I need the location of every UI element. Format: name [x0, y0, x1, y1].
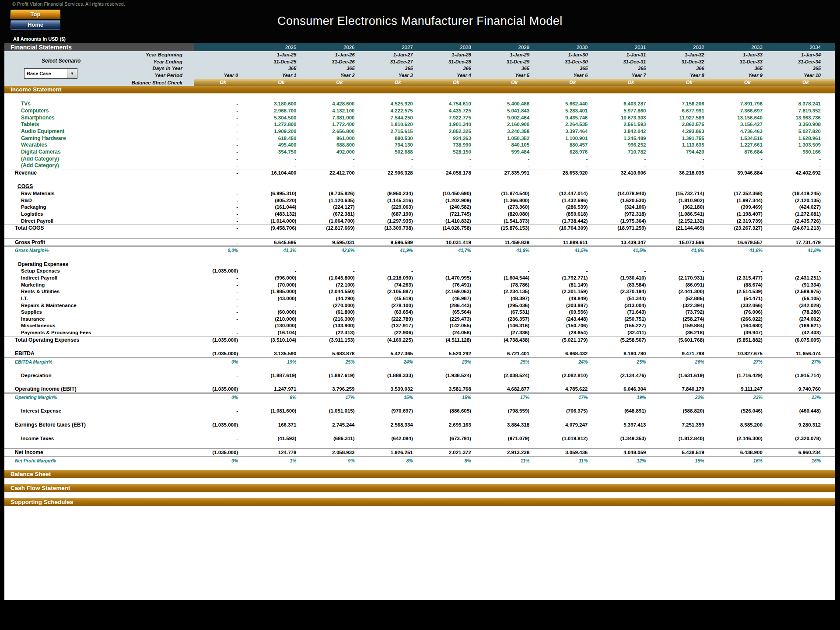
meta-value: Year 7: [602, 73, 660, 78]
cell-value: (224.127): [310, 204, 368, 210]
cell-value: -: [194, 156, 252, 161]
cell-value: 15%: [660, 458, 718, 463]
cell-value: (2.441.300): [660, 289, 718, 294]
scenario-dropdown[interactable]: Base Case ▼: [24, 68, 77, 79]
section-bar-income-statement[interactable]: Income Statement: [4, 86, 835, 94]
cell-value: (648.891): [602, 408, 660, 413]
cell-value: 4.048.059: [602, 450, 660, 455]
cell-value: 24%: [369, 359, 427, 364]
cell-value: 6.438.900: [718, 450, 777, 455]
cell-value: 5.304.500: [252, 115, 310, 120]
cell-value: -: [718, 163, 777, 168]
meta-label: Year Beginning: [4, 52, 194, 57]
cell-value: (5.021.179): [543, 337, 602, 343]
row-label: COGS: [4, 183, 194, 189]
cell-value: 2.058.933: [310, 450, 368, 455]
row-add-category: (Add Category)-----------: [4, 155, 835, 162]
meta-value: 366: [427, 66, 485, 71]
row-label: I.T.: [4, 296, 194, 301]
cell-value: 27%: [777, 359, 835, 364]
cell-value: 11.656.474: [777, 351, 835, 356]
cell-value: (39.947): [718, 330, 777, 335]
cell-value: (3.911.153): [310, 337, 368, 343]
row-direct-payroll: Direct Payroll-(1.014.000)(1.064.700)(1.…: [4, 217, 835, 224]
meta-row-balance-sheet-check: Balance Sheet CheckOkOkOkOkOkOkOkOkOkOkO…: [4, 79, 835, 86]
cell-value: 502.688: [369, 149, 427, 154]
cell-value: 16.679.557: [718, 240, 777, 245]
cell-value: 15.073.566: [660, 240, 718, 245]
cell-value: (266.022): [718, 316, 777, 322]
meta-value: Year 10: [777, 73, 835, 78]
row-label: Total Operating Expenses: [4, 337, 194, 343]
cell-value: 19%: [602, 395, 660, 400]
cell-value: -: [660, 156, 718, 161]
cell-value: 1.100.901: [543, 136, 602, 141]
cell-value: (155.227): [602, 323, 660, 328]
cell-value: 880.530: [369, 136, 427, 141]
chevron-down-icon[interactable]: ▼: [67, 69, 77, 78]
cell-value: (1.035.000): [194, 450, 252, 455]
meta-value: 365: [485, 66, 543, 71]
cell-value: -: [194, 163, 252, 168]
cell-value: 17.731.479: [777, 240, 835, 245]
cell-value: 11.889.611: [543, 240, 602, 245]
cell-value: -: [194, 170, 252, 175]
meta-value: 1-Jan-28: [427, 52, 485, 57]
row-income-taxes: Income Taxes-(41.593)(686.311)(642.084)(…: [4, 435, 835, 442]
cell-value: -: [194, 282, 252, 287]
meta-value: 1-Jan-27: [369, 52, 427, 57]
row-smartphones: Smartphones-5.304.5007.381.0007.544.2507…: [4, 114, 835, 121]
cell-value: -: [369, 156, 427, 161]
cell-value: -: [310, 156, 368, 161]
meta-label: Year Ending: [4, 59, 194, 64]
cell-value: 5.400.486: [485, 101, 543, 106]
cell-value: 9.596.589: [369, 240, 427, 245]
cell-value: 1.113.635: [660, 142, 718, 147]
cell-value: 495.400: [252, 142, 310, 147]
cell-value: 5.027.820: [777, 129, 835, 134]
section-bar-supporting-schedules[interactable]: Supporting Schedules: [4, 498, 835, 506]
cell-value: -: [543, 156, 602, 161]
balance-check-status: Ok: [194, 79, 252, 86]
row-label: (Add Category): [4, 162, 194, 168]
cell-value: (12.817.669): [310, 225, 368, 231]
cell-value: 17%: [310, 395, 368, 400]
cell-value: 704.130: [369, 142, 427, 147]
cell-value: (2.435.726): [777, 218, 835, 224]
meta-value: 365: [369, 66, 427, 71]
cell-value: (1.218.090): [369, 275, 427, 280]
row-miscellaneous: Miscellaneous(130.000)(133.900)(137.917)…: [4, 322, 835, 329]
spacer-row: [4, 379, 835, 386]
cell-value: -: [660, 163, 718, 168]
row-depreciation: Depreciation-(1.887.619)(1.887.619)(1.88…: [4, 372, 835, 379]
cell-value: (1.198.407): [718, 211, 777, 217]
cell-value: (88.674): [718, 282, 777, 287]
row-gaming-hardware: Gaming Hardware-618.450861.000880.530924…: [4, 135, 835, 142]
cell-value: -: [427, 163, 485, 168]
cell-value: (324.106): [602, 204, 660, 210]
cell-value: 26%: [660, 359, 718, 364]
section-bar-cash-flow-statement[interactable]: Cash Flow Statement: [4, 484, 835, 492]
cell-value: 19%: [252, 359, 310, 364]
row-payments-processing-fees: Payments & Processing Fees-(16.104)(22.4…: [4, 329, 835, 336]
cell-value: 41,5%: [543, 248, 602, 253]
cell-value: 6.403.287: [602, 101, 660, 106]
cell-value: (859.618): [543, 211, 602, 217]
cell-value: 27%: [718, 359, 777, 364]
cell-value: -: [194, 225, 252, 231]
cell-value: 4.293.863: [660, 129, 718, 134]
balance-check-status: Ok: [310, 79, 368, 86]
cell-value: (21.144.469): [660, 225, 718, 231]
balance-check-status: Ok: [718, 79, 777, 86]
year-header-2033: 2033: [718, 43, 777, 51]
cell-value: 3.156.427: [718, 122, 777, 127]
cell-value: (2.082.810): [543, 373, 602, 378]
cell-value: -: [543, 163, 602, 168]
cell-value: 166.371: [252, 422, 310, 427]
row-interest-expense: Interest Expense-(1.081.600)(1.051.015)(…: [4, 408, 835, 415]
section-bar-balance-sheet[interactable]: Balance Sheet: [4, 470, 835, 478]
row-indirect-payroll: Indirect Payroll-(996.000)(1.045.800)(1.…: [4, 274, 835, 281]
cell-value: (1.120.635): [310, 198, 368, 203]
cell-value: 1.227.661: [718, 142, 777, 147]
cell-value: 24.058.178: [427, 170, 485, 175]
